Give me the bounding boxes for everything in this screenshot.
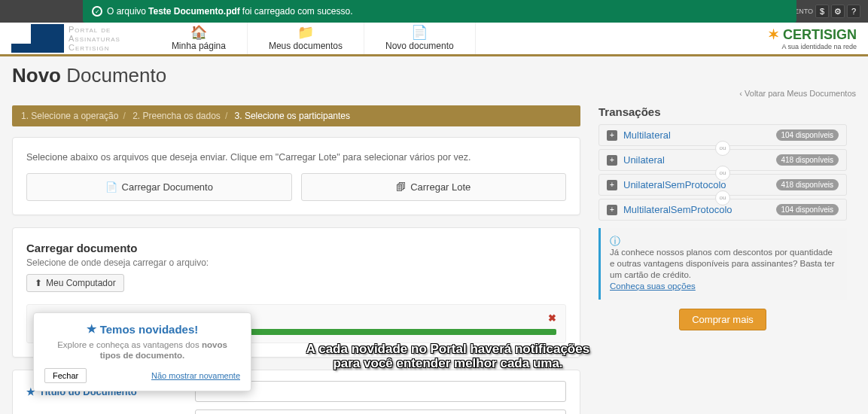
brand-logo: ✶ CERTISIGN A sua identidade na rede bbox=[768, 26, 857, 50]
success-toast: ✓ O arquivo Teste Documento.pdf foi carr… bbox=[83, 0, 796, 23]
my-computer-button[interactable]: ⬆Meu Computador bbox=[26, 274, 124, 292]
news-popover: ★Temos novidades! Explore e conheça as v… bbox=[33, 312, 251, 391]
logo[interactable]: Portal deAssinaturasCertisign bbox=[11, 24, 120, 53]
back-link[interactable]: ‹ Voltar para Meus Documentos bbox=[0, 89, 868, 98]
plans-link[interactable]: Conheça suas opções bbox=[610, 282, 696, 291]
doc-type-select[interactable]: Multilateral - R$ 9,50 bbox=[195, 409, 566, 414]
popover-skip-link[interactable]: Não mostrar novamente bbox=[151, 371, 240, 380]
nav-new[interactable]: 📄Novo documento bbox=[364, 23, 476, 54]
wizard-steps: 1. Selecione a operação/ 2. Preencha os … bbox=[12, 105, 580, 126]
logo-icon bbox=[11, 24, 64, 53]
star-icon: ★ bbox=[87, 322, 96, 336]
plus-icon: + bbox=[607, 180, 617, 190]
transactions-title: Transações bbox=[598, 105, 847, 118]
remove-file-icon[interactable]: ✖ bbox=[548, 312, 556, 324]
plus-icon: + bbox=[607, 205, 617, 215]
load-title: Carregar documento bbox=[26, 242, 566, 254]
copy-icon: 🗐 bbox=[396, 181, 406, 193]
upload-help: Selecione abaixo os arquivos que deseja … bbox=[26, 151, 566, 164]
nav-home[interactable]: 🏠Minha página bbox=[151, 23, 248, 54]
upload-panel: Selecione abaixo os arquivos que deseja … bbox=[12, 137, 580, 215]
buy-more-button[interactable]: Comprar mais bbox=[679, 309, 766, 330]
folder-icon: 📁 bbox=[297, 26, 314, 39]
info-icon: ⓘ bbox=[610, 236, 838, 247]
plus-icon: + bbox=[607, 130, 617, 141]
document-icon: 📄 bbox=[105, 181, 117, 193]
load-document-button[interactable]: 📄Carregar Documento bbox=[26, 173, 292, 201]
check-icon: ✓ bbox=[92, 6, 102, 17]
plus-icon: + bbox=[607, 155, 617, 166]
file-icon: 📄 bbox=[411, 26, 428, 39]
popover-close-button[interactable]: Fechar bbox=[44, 368, 87, 383]
step-2[interactable]: 2. Preencha os dados bbox=[132, 111, 221, 121]
load-sub: Selecione de onde deseja carregar o arqu… bbox=[26, 257, 566, 268]
load-batch-button[interactable]: 🗐Carregar Lote bbox=[301, 173, 567, 201]
help-icon[interactable]: ? bbox=[847, 5, 860, 18]
nav-docs[interactable]: 📁Meus documentos bbox=[248, 23, 364, 54]
home-icon: 🏠 bbox=[190, 26, 207, 39]
overlay-caption: A cada novidade no Portal haverá notific… bbox=[301, 342, 595, 370]
gear-icon[interactable]: ⚙ bbox=[831, 5, 845, 18]
info-box: ⓘ Já conhece nossos planos com descontos… bbox=[598, 228, 847, 300]
credits-icon[interactable]: $ bbox=[815, 5, 829, 18]
navbar: Portal deAssinaturasCertisign 🏠Minha pág… bbox=[0, 23, 868, 56]
step-1[interactable]: 1. Selecione a operação bbox=[21, 111, 118, 121]
step-3: 3. Selecione os participantes bbox=[235, 111, 350, 121]
upload-icon: ⬆ bbox=[35, 278, 42, 288]
page-title: Novo Documento bbox=[0, 56, 868, 89]
